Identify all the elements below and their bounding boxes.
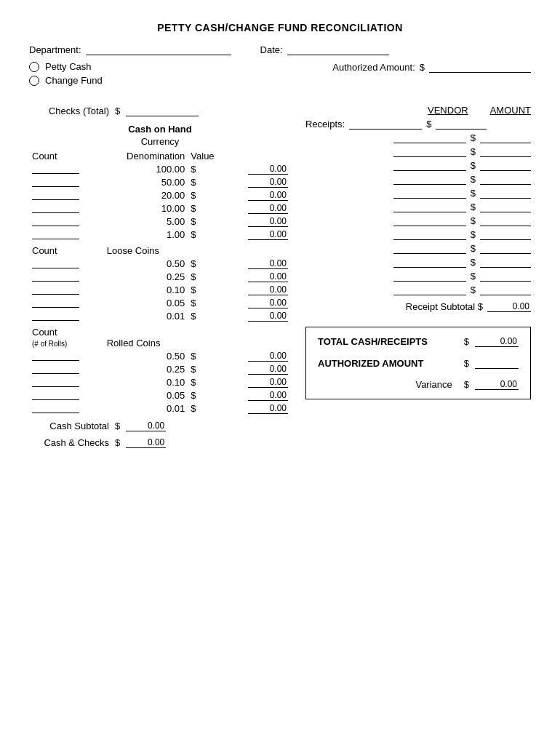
receipt-dollar-2: $ xyxy=(471,132,476,143)
currency-value-4[interactable]: 0.00 xyxy=(248,216,288,227)
receipt-vendor-12[interactable] xyxy=(393,271,466,282)
loose-coins-header-row: Count Loose Coins xyxy=(29,241,291,257)
receipt-amount-12[interactable] xyxy=(480,271,531,282)
currency-count-4[interactable] xyxy=(32,216,79,226)
authorized-amount-sum-input[interactable] xyxy=(475,357,519,369)
currency-dollar-3: $ xyxy=(188,202,225,215)
currency-row: 50.00 $ 0.00 xyxy=(29,175,291,188)
currency-value-5[interactable]: 0.00 xyxy=(248,229,288,240)
rolled-count-4[interactable] xyxy=(32,403,79,413)
receipt-vendor-1[interactable] xyxy=(349,119,422,130)
loose-value-4[interactable]: 0.00 xyxy=(248,311,288,322)
rolled-count-0[interactable] xyxy=(32,351,79,361)
receipt-dollar-1: $ xyxy=(426,119,431,130)
currency-value-1[interactable]: 0.00 xyxy=(248,177,288,188)
col-amount-header xyxy=(225,150,291,162)
receipt-vendor-6[interactable] xyxy=(393,188,466,199)
loose-value-0[interactable]: 0.00 xyxy=(248,258,288,269)
receipt-vendor-5[interactable] xyxy=(393,175,466,185)
currency-count-0[interactable] xyxy=(32,164,79,174)
receipt-vendor-13[interactable] xyxy=(393,285,466,295)
receipt-vendor-4[interactable] xyxy=(393,161,466,171)
petty-cash-option[interactable]: Petty Cash xyxy=(29,61,103,72)
rolled-count-2[interactable] xyxy=(32,377,79,387)
receipt-vendor-8[interactable] xyxy=(393,216,466,226)
loose-denom-2: 0.10 xyxy=(104,283,188,296)
total-value[interactable]: 0.00 xyxy=(475,336,519,347)
receipt-vendor-11[interactable] xyxy=(393,258,466,268)
rolled-value-1[interactable]: 0.00 xyxy=(248,364,288,375)
loose-count-0[interactable] xyxy=(32,258,79,268)
receipt-dollar-8: $ xyxy=(471,215,476,226)
receipt-amount-1[interactable] xyxy=(436,119,487,130)
receipts-label: Receipts: xyxy=(305,119,345,130)
loose-value-3[interactable]: 0.00 xyxy=(248,298,288,308)
currency-count-5[interactable] xyxy=(32,229,79,239)
main-layout: Checks (Total) $ Cash on Hand Currency C… xyxy=(29,105,531,448)
receipt-amount-8[interactable] xyxy=(480,216,531,226)
department-label: Department: xyxy=(29,44,81,55)
receipt-subtotal-value[interactable]: 0.00 xyxy=(487,301,531,312)
receipt-line: $ xyxy=(305,271,531,282)
rolled-count-3[interactable] xyxy=(32,390,79,400)
change-fund-option[interactable]: Change Fund xyxy=(29,75,103,86)
loose-count-2[interactable] xyxy=(32,284,79,295)
receipt-vendor-7[interactable] xyxy=(393,202,466,212)
receipt-amount-3[interactable] xyxy=(480,147,531,157)
authorized-amount-sum-label: AUTHORIZED AMOUNT xyxy=(318,358,458,369)
receipt-amount-10[interactable] xyxy=(480,244,531,254)
receipt-vendor-3[interactable] xyxy=(393,147,466,157)
currency-count-2[interactable] xyxy=(32,190,79,200)
date-input[interactable] xyxy=(287,44,389,55)
currency-denom-0: 100.00 xyxy=(104,162,188,175)
receipt-line: $ xyxy=(305,160,531,171)
page-title: PETTY CASH/CHANGE FUND RECONCILIATION xyxy=(29,22,531,33)
date-label: Date: xyxy=(260,44,283,55)
receipt-amount-9[interactable] xyxy=(480,230,531,240)
receipt-amount-6[interactable] xyxy=(480,188,531,199)
petty-cash-radio[interactable] xyxy=(29,62,39,72)
currency-value-2[interactable]: 0.00 xyxy=(248,190,288,201)
rolled-count-1[interactable] xyxy=(32,364,79,374)
variance-value[interactable]: 0.00 xyxy=(475,379,519,390)
rolled-value-0[interactable]: 0.00 xyxy=(248,351,288,362)
receipt-vendor-2[interactable] xyxy=(393,133,466,143)
currency-count-3[interactable] xyxy=(32,203,79,213)
receipt-lines: $ $ $ $ $ $ $ $ $ $ xyxy=(305,132,531,295)
cash-subtotal-value[interactable]: 0.00 xyxy=(126,421,166,431)
currency-count-1[interactable] xyxy=(32,177,79,187)
loose-value-1[interactable]: 0.00 xyxy=(248,271,288,282)
currency-value-3[interactable]: 0.00 xyxy=(248,203,288,214)
loose-count-4[interactable] xyxy=(32,311,79,321)
receipt-amount-13[interactable] xyxy=(480,285,531,295)
receipt-amount-7[interactable] xyxy=(480,202,531,212)
checks-input[interactable] xyxy=(126,105,199,116)
rolled-denom-1: 0.25 xyxy=(104,362,188,375)
department-input[interactable] xyxy=(86,44,231,55)
rolled-value-2[interactable]: 0.00 xyxy=(248,377,288,388)
loose-coin-row: 0.01 $ 0.00 xyxy=(29,309,291,322)
cash-checks-dollar: $ xyxy=(115,437,120,448)
receipt-col-headers: VENDOR AMOUNT xyxy=(305,105,531,116)
currency-dollar-1: $ xyxy=(188,175,225,188)
total-cash-receipts-label: TOTAL CASH/RECEIPTS xyxy=(318,336,458,347)
loose-count-3[interactable] xyxy=(32,298,79,308)
receipt-amount-5[interactable] xyxy=(480,175,531,185)
cash-checks-value[interactable]: 0.00 xyxy=(126,437,166,448)
change-fund-radio[interactable] xyxy=(29,76,39,86)
receipt-amount-2[interactable] xyxy=(480,133,531,143)
rolled-value-3[interactable]: 0.00 xyxy=(248,390,288,401)
loose-value-2[interactable]: 0.00 xyxy=(248,284,288,295)
rolled-denom-3: 0.05 xyxy=(104,389,188,402)
receipt-amount-11[interactable] xyxy=(480,258,531,268)
loose-count-1[interactable] xyxy=(32,271,79,282)
receipt-amount-4[interactable] xyxy=(480,161,531,171)
authorized-amount-input[interactable] xyxy=(429,61,531,73)
receipt-vendor-9[interactable] xyxy=(393,230,466,240)
loose-dollar-3: $ xyxy=(188,296,225,309)
authorized-dollar-sum: $ xyxy=(464,358,469,369)
receipt-vendor-10[interactable] xyxy=(393,244,466,254)
currency-value-0[interactable]: 0.00 xyxy=(248,164,288,175)
rolled-value-4[interactable]: 0.00 xyxy=(248,403,288,414)
loose-coin-row: 0.50 $ 0.00 xyxy=(29,257,291,270)
